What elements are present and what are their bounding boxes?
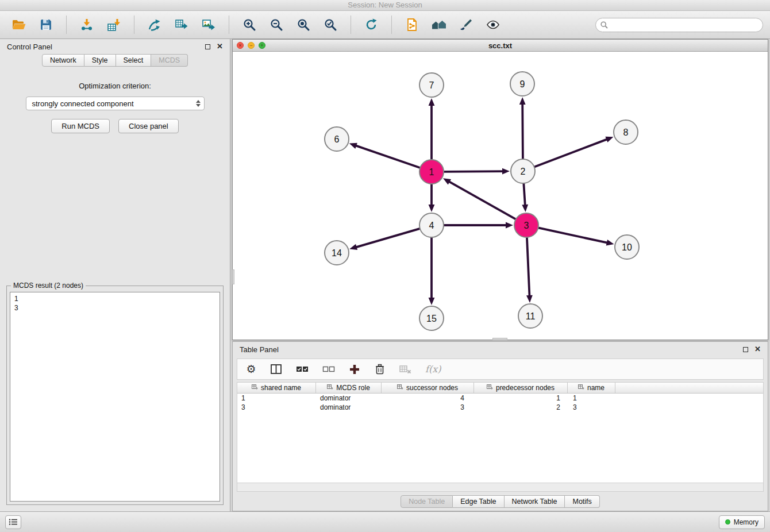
apply-style-button[interactable] [454,13,478,36]
node-label: 11 [526,311,536,321]
memory-button[interactable]: Memory [719,515,765,529]
zoom-out-icon [269,17,284,32]
edge-arrowhead [349,244,357,250]
graph-edge-1-2[interactable] [444,171,505,172]
zoom-fit-button[interactable] [291,13,315,36]
graph-edge-3-11[interactable] [527,238,530,298]
column-header-predecessor-nodes[interactable]: predecessor nodes [474,383,568,393]
select-all-columns-button[interactable] [296,365,309,373]
zoom-selected-button[interactable] [318,13,342,36]
select-all-icon [296,365,309,373]
column-header-name[interactable]: name [568,383,615,393]
graph-edge-2-3[interactable] [523,184,525,207]
column-header-shared-name[interactable]: shared name [237,383,316,393]
node-label: 6 [334,134,340,144]
tab-node-table[interactable]: Node Table [401,495,453,508]
tab-edge-table[interactable]: Edge Table [453,495,504,508]
graph-edge-2-8[interactable] [535,138,609,167]
refresh-view-button[interactable] [359,13,383,36]
splitter-handle[interactable] [492,338,507,340]
import-table-button[interactable] [102,13,126,36]
node-table: shared nameMCDS rolesuccessor nodesprede… [237,382,764,483]
graph-edge-1-6[interactable] [354,145,419,167]
column-header-label: predecessor nodes [496,384,555,392]
save-icon [38,17,53,32]
tab-mcds[interactable]: MCDS [151,54,188,67]
new-network-button[interactable] [143,13,167,36]
open-session-button[interactable] [7,13,31,36]
graph-edge-2-9[interactable] [522,102,523,159]
network-document-icon [405,17,419,32]
mcds-result-list[interactable]: 13 [10,292,220,502]
table-settings-button[interactable]: ⚙ [245,364,257,375]
network-canvas[interactable]: 7968124314101511 [233,52,768,340]
table-row[interactable]: 3dominator323 [237,403,763,412]
table-hscrollbar[interactable] [237,483,764,492]
network-window-titlebar[interactable]: scc.txt × − + [233,40,768,52]
window-close-button[interactable]: × [237,42,244,49]
edge-arrowhead [605,137,613,142]
save-session-button[interactable] [34,13,58,36]
export-image-button[interactable] [197,13,221,36]
table-cell: dominator [316,403,382,412]
main-area: Control Panel ✕ NetworkStyleSelectMCDS O… [0,39,770,511]
tab-network[interactable]: Network [42,54,84,67]
window-title: Session: New Session [348,1,422,9]
destroy-table-button[interactable] [399,365,411,374]
window-titlebar: Session: New Session [0,0,770,11]
trash-icon [375,364,384,375]
sort-icon [487,384,493,392]
close-panel-icon[interactable]: ✕ [217,44,223,49]
float-panel-icon[interactable] [205,44,210,49]
export-table-button[interactable] [170,13,194,36]
node-label: 2 [521,167,526,176]
column-header-mcds-role[interactable]: MCDS role [316,383,382,393]
network-overview-button[interactable] [427,13,451,36]
close-panel-button[interactable]: Close panel [118,119,179,133]
deselect-all-columns-button[interactable] [322,365,335,373]
zoom-out-button[interactable] [264,13,288,36]
zoom-in-button[interactable] [237,13,261,36]
tab-select[interactable]: Select [116,54,152,67]
close-panel-icon[interactable]: ✕ [754,346,761,352]
search-icon [600,21,608,29]
window-maximize-button[interactable]: + [259,42,265,49]
plus-icon [349,364,360,375]
import-network-button[interactable] [75,13,99,36]
split-view-button[interactable] [271,364,282,374]
node-label: 9 [520,79,525,89]
memory-label: Memory [734,518,759,526]
control-panel-title: Control Panel [7,43,52,51]
paintbrush-icon [459,17,473,32]
function-builder-button[interactable]: f(x) [425,364,441,375]
export-image-icon [201,17,216,32]
optimization-criterion-label: Optimization criterion: [79,82,151,90]
float-panel-icon[interactable] [743,347,748,352]
dropdown-selected-value: strongly connected component [32,99,134,108]
node-label: 15 [426,314,437,323]
tab-style[interactable]: Style [84,54,116,67]
edge-arrowhead [349,143,357,149]
toolbar-separator [391,16,392,34]
graph-edge-3-1[interactable] [448,181,515,219]
node-label: 8 [623,128,629,137]
splitter-handle[interactable] [232,269,234,284]
graph-edge-4-14[interactable] [355,229,419,248]
show-graphics-button[interactable] [481,13,505,36]
edge-arrowhead [522,205,528,212]
graph-edge-3-10[interactable] [539,228,609,244]
optimization-criterion-select[interactable]: strongly connected component [26,97,205,110]
tab-network-table[interactable]: Network Table [505,495,565,508]
run-mcds-button[interactable]: Run MCDS [51,119,110,133]
table-row[interactable]: 1dominator411 [237,394,763,403]
add-column-button[interactable] [349,364,360,375]
column-header-successor-nodes[interactable]: successor nodes [382,383,474,393]
tab-motifs[interactable]: Motifs [565,495,599,508]
delete-column-button[interactable] [374,364,386,375]
window-minimize-button[interactable]: − [248,42,255,49]
search-input[interactable] [595,18,763,32]
task-history-button[interactable] [5,515,21,529]
open-in-browser-button[interactable] [400,13,424,36]
edge-arrowhead [502,168,510,175]
edge-arrowhead [506,222,513,229]
